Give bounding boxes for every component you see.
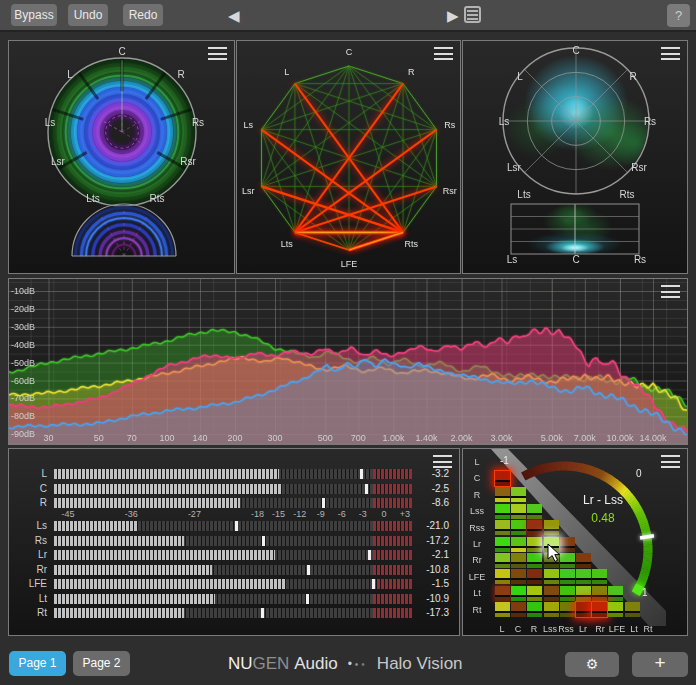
- brand-dot-3: •: [361, 659, 365, 670]
- help-button[interactable]: ?: [667, 4, 690, 27]
- meter-channel-label: LFE: [17, 578, 47, 589]
- panel-menu-icon[interactable]: [661, 47, 680, 60]
- meter-segments-lit: [54, 469, 279, 479]
- matrix-cell-Lt-C[interactable]: [511, 586, 526, 601]
- meter-peak-marker: [235, 521, 238, 531]
- matrix-cell-Rss-C[interactable]: [511, 520, 526, 535]
- matrix-cell-Lr-R[interactable]: [527, 537, 542, 552]
- matrix-cell-Rt-Lr[interactable]: [576, 602, 591, 617]
- meter-scale-tick: -36: [118, 509, 144, 519]
- matrix-cell-Rt-C[interactable]: [511, 602, 526, 617]
- matrix-cell-Lt-Rr[interactable]: [592, 586, 607, 601]
- panel-correlation-matrix: LCRLssRssLrRrLFELtRtLCRLssRssLrRrLFELtRt…: [462, 448, 688, 636]
- meter-track: [54, 536, 412, 546]
- matrix-cell-Rt-Rr[interactable]: [592, 602, 607, 617]
- matrix-cell-Lss-R[interactable]: [527, 504, 542, 519]
- matrix-cell-LFE-R[interactable]: [527, 569, 542, 584]
- page1-button[interactable]: Page 1: [9, 651, 66, 676]
- panel-menu-icon[interactable]: [661, 455, 680, 468]
- surround-scope-canvas: [9, 41, 234, 273]
- meter-track: [54, 594, 412, 604]
- matrix-cell-Lt-Lss[interactable]: [544, 586, 559, 601]
- matrix-cell-LFE-C[interactable]: [511, 569, 526, 584]
- meter-red-zone: [373, 594, 412, 604]
- page2-button[interactable]: Page 2: [73, 651, 130, 676]
- toolbar: Bypass Undo Redo ◀ ▶ ?: [0, 0, 696, 32]
- gauge-zero-label: 0: [636, 468, 642, 479]
- meter-peak-marker: [322, 498, 325, 508]
- meter-value: -2.1: [411, 549, 449, 560]
- panel-menu-icon[interactable]: [434, 47, 453, 60]
- matrix-cell-R-C[interactable]: [511, 487, 526, 502]
- matrix-cell-Rt-R[interactable]: [527, 602, 542, 617]
- matrix-cell-Rr-Rss[interactable]: [560, 553, 575, 568]
- selected-pair-label: Lr - Lss: [555, 493, 651, 507]
- meter-channel-label: Rt: [17, 607, 47, 618]
- matrix-cell-Rss-R[interactable]: [527, 520, 542, 535]
- matrix-cell-C-L[interactable]: [495, 471, 510, 486]
- meter-red-zone: [373, 469, 412, 479]
- meter-track: [54, 565, 412, 575]
- matrix-cell-Rss-L[interactable]: [495, 520, 510, 535]
- matrix-row-label: Lr: [464, 539, 490, 549]
- meter-channel-label: Rr: [17, 564, 47, 575]
- matrix-cell-Lss-C[interactable]: [511, 504, 526, 519]
- matrix-cell-Lr-L[interactable]: [495, 537, 510, 552]
- matrix-cell-LFE-Lr[interactable]: [576, 569, 591, 584]
- panel-spectrum: [8, 278, 688, 445]
- matrix-cell-Rt-LFE[interactable]: [608, 602, 623, 617]
- matrix-cell-Rt-Rss[interactable]: [560, 602, 575, 617]
- matrix-row-label: Rr: [464, 555, 490, 565]
- matrix-cell-LFE-Rr[interactable]: [592, 569, 607, 584]
- selected-pair-value: 0.48: [555, 511, 651, 525]
- matrix-cell-Lr-Rss[interactable]: [560, 537, 575, 552]
- matrix-cell-Rr-Lr[interactable]: [576, 553, 591, 568]
- matrix-cell-Lss-L[interactable]: [495, 504, 510, 519]
- matrix-cell-Lr-C[interactable]: [511, 537, 526, 552]
- matrix-cell-Lt-Rss[interactable]: [560, 586, 575, 601]
- halo-vision-window: Bypass Undo Redo ◀ ▶ ? L-3.2C-2.5R-8.6Ls…: [0, 0, 696, 685]
- matrix-cell-R-L[interactable]: [495, 487, 510, 502]
- play-icon[interactable]: ▶: [447, 8, 459, 23]
- matrix-cell-Rt-Lss[interactable]: [544, 602, 559, 617]
- panel-menu-icon[interactable]: [661, 285, 680, 298]
- meter-value: -2.5: [411, 483, 449, 494]
- meter-channel-label: L: [17, 468, 47, 479]
- panel-menu-icon[interactable]: [208, 47, 227, 60]
- meter-red-zone: [373, 550, 412, 560]
- meter-value: -3.2: [411, 468, 449, 479]
- matrix-cell-LFE-Rss[interactable]: [560, 569, 575, 584]
- matrix-cell-LFE-L[interactable]: [495, 569, 510, 584]
- add-button[interactable]: +: [632, 652, 688, 677]
- meter-track: [54, 469, 412, 479]
- settings-button[interactable]: ⚙: [565, 652, 619, 677]
- matrix-row-label: Lss: [464, 506, 490, 516]
- meter-segments-lit: [54, 536, 184, 546]
- matrix-cell-Rr-L[interactable]: [495, 553, 510, 568]
- matrix-cell-Lt-R[interactable]: [527, 586, 542, 601]
- back-icon[interactable]: ◀: [228, 8, 240, 23]
- undo-button[interactable]: Undo: [68, 4, 108, 26]
- matrix-cell-LFE-Lss[interactable]: [544, 569, 559, 584]
- panel-menu-icon[interactable]: [433, 455, 452, 468]
- meter-value: -10.9: [411, 593, 449, 604]
- matrix-cell-Rr-R[interactable]: [527, 553, 542, 568]
- brand-dot-1: •: [348, 657, 352, 671]
- matrix-row-label: Rss: [464, 523, 490, 533]
- matrix-cell-Rr-C[interactable]: [511, 553, 526, 568]
- matrix-cell-Lt-Lr[interactable]: [576, 586, 591, 601]
- matrix-cell-Lt-L[interactable]: [495, 586, 510, 601]
- redo-button[interactable]: Redo: [123, 4, 163, 26]
- panel-surround-radar: [462, 40, 688, 274]
- matrix-row-label: R: [464, 490, 490, 500]
- matrix-cell-Rt-Lt[interactable]: [625, 602, 640, 617]
- matrix-cell-Rt-L[interactable]: [495, 602, 510, 617]
- bypass-button[interactable]: Bypass: [11, 4, 57, 26]
- meter-red-zone: [373, 484, 412, 494]
- meter-value: -10.8: [411, 564, 449, 575]
- meter-peak-marker: [360, 469, 363, 479]
- matrix-cell-Lt-LFE[interactable]: [608, 586, 623, 601]
- playlist-icon[interactable]: [464, 6, 481, 23]
- matrix-row-label: L: [464, 457, 490, 467]
- meter-peak-marker: [306, 594, 309, 604]
